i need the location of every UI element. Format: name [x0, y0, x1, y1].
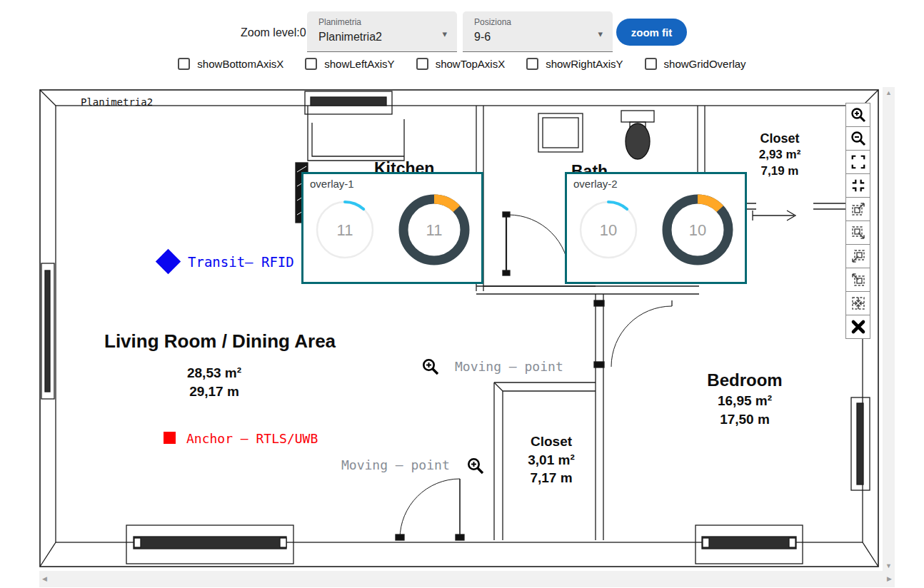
anchor-rtls-marker[interactable] [164, 432, 176, 444]
overlay-widget-2[interactable]: overlay-2 10 10 [565, 172, 747, 284]
magnifier-plus-icon[interactable] [466, 457, 486, 476]
axis-checkbox-row: showBottomAxisX showLeftAxisY showTopAxi… [0, 58, 924, 70]
donut-gauge-thick: 10 [658, 190, 738, 270]
fullscreen-exit-icon [850, 178, 866, 193]
resize-up-left-button[interactable] [845, 268, 870, 292]
checkbox-show-right-axis-y[interactable]: showRightAxisY [526, 58, 623, 70]
ring-gauge-thin: 10 [574, 196, 643, 264]
checkbox-label: showBottomAxisX [197, 58, 283, 70]
checkbox-box[interactable] [645, 58, 657, 70]
scroll-up-arrow[interactable]: ▲ [885, 87, 892, 99]
posiziona-select-value: 9-6 [474, 31, 491, 44]
room-area-living: 28,53 m² 29,17 m [164, 364, 264, 400]
checkbox-show-bottom-axis-x[interactable]: showBottomAxisX [178, 58, 283, 70]
resize-up-left-icon [850, 271, 867, 288]
plan-title: Planimetria2 [81, 96, 153, 108]
chevron-down-icon: ▾ [442, 29, 447, 39]
close-button[interactable] [845, 315, 870, 339]
anchor-rtls-label: Anchor – RTLS/UWB [186, 431, 318, 446]
svg-text:10: 10 [689, 221, 706, 239]
donut-gauge-thick: 11 [394, 190, 474, 270]
resize-up-right-button[interactable] [845, 197, 870, 221]
canvas-tool-palette [845, 103, 870, 339]
resize-up-right-icon [850, 201, 867, 218]
checkbox-show-top-axis-x[interactable]: showTopAxisX [416, 58, 506, 70]
checkbox-label: showRightAxisY [546, 58, 623, 70]
horizontal-scrollbar[interactable]: ◀ ▶ [39, 571, 895, 587]
zoom-in-icon [850, 106, 867, 123]
ring-gauge-thin: 11 [311, 196, 379, 264]
planimetria-select-value: Planimetria2 [318, 31, 382, 44]
zoom-fit-button[interactable]: zoom fit [616, 19, 687, 46]
close-icon [850, 318, 867, 335]
fullscreen-icon [850, 154, 866, 170]
checkbox-show-grid-overlay[interactable]: showGridOverlay [645, 58, 746, 70]
overlay-title: overlay-2 [567, 174, 745, 190]
zoom-in-button[interactable] [845, 103, 870, 127]
svg-text:11: 11 [426, 221, 442, 239]
room-label-closet-bottom: Closet 3,01 m² 7,17 m [508, 432, 594, 487]
transit-rfid-label: Transit– RFID [188, 254, 294, 270]
checkbox-label: showGridOverlay [664, 58, 746, 70]
svg-text:10: 10 [600, 221, 617, 239]
zoom-out-button[interactable] [845, 126, 870, 151]
posiziona-select-label: Posiziona [474, 17, 511, 27]
app-window: Zoom level:0 Planimetria Planimetria2 ▾ … [0, 0, 924, 588]
vertical-scrollbar[interactable]: ▲ ▼ [883, 87, 895, 572]
checkbox-box[interactable] [178, 58, 190, 70]
planimetria-select-label: Planimetria [318, 17, 361, 27]
magnifier-plus-icon[interactable] [421, 358, 441, 377]
room-label-closet-top: Closet 2,93 m² 7,19 m [744, 130, 815, 180]
resize-down-left-button[interactable] [845, 244, 870, 268]
checkbox-show-left-axis-y[interactable]: showLeftAxisY [305, 58, 394, 70]
resize-down-right-icon [850, 224, 867, 241]
compress-center-icon [850, 295, 867, 312]
planimetria-select[interactable]: Planimetria Planimetria2 ▾ [307, 11, 457, 52]
room-label-bedroom: Bedroom 16,95 m² 17,50 m [691, 369, 798, 429]
fullscreen-exit-button[interactable] [845, 173, 870, 198]
zoom-out-icon [850, 130, 867, 147]
zoom-level-text: Zoom level:0 [241, 26, 306, 39]
posiziona-select[interactable]: Posiziona 9-6 ▾ [463, 11, 613, 52]
checkbox-label: showTopAxisX [436, 58, 506, 70]
moving-point-label: Moving – point [455, 359, 563, 374]
overlay-widget-1[interactable]: overlay-1 11 11 [301, 172, 483, 284]
checkbox-box[interactable] [526, 58, 538, 70]
compress-center-button[interactable] [845, 291, 870, 315]
svg-text:11: 11 [337, 221, 353, 239]
resize-down-right-button[interactable] [845, 220, 870, 245]
checkbox-label: showLeftAxisY [324, 58, 394, 70]
fullscreen-button[interactable] [845, 150, 870, 174]
scroll-left-arrow[interactable]: ◀ [42, 573, 47, 585]
moving-point-label: Moving – point [341, 457, 450, 472]
chevron-down-icon: ▾ [598, 29, 603, 39]
resize-down-left-icon [850, 248, 867, 265]
room-label-living: Living Room / Dining Area [104, 329, 336, 354]
checkbox-box[interactable] [416, 58, 428, 70]
scroll-right-arrow[interactable]: ▶ [887, 573, 892, 585]
overlay-title: overlay-1 [303, 174, 481, 190]
checkbox-box[interactable] [305, 58, 317, 70]
